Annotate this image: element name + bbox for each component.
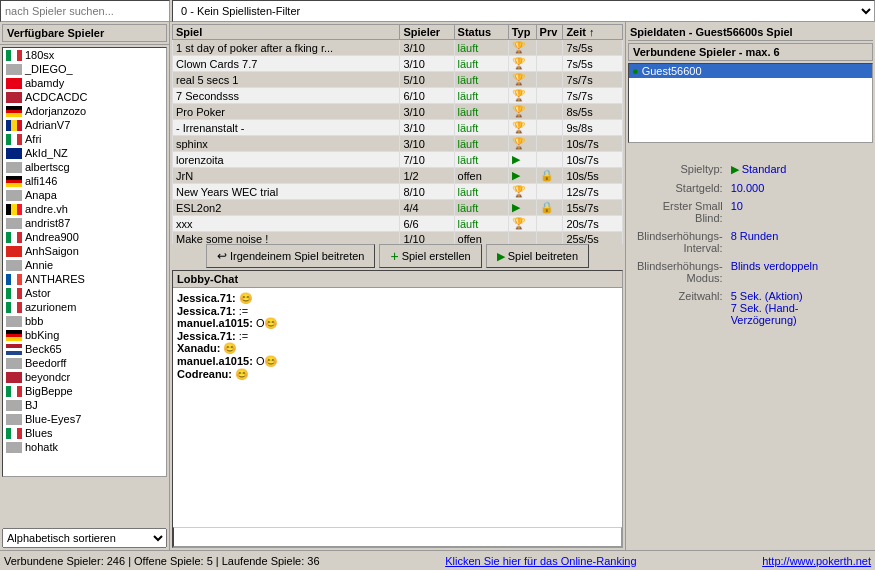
col-typ[interactable]: Typ: [508, 25, 536, 40]
player-name: Blue-Eyes7: [25, 413, 81, 425]
filter-select[interactable]: 0 - Kein Spiellisten-Filter: [172, 0, 875, 22]
game-name-cell: Pro Poker: [173, 104, 400, 120]
sort-select[interactable]: Alphabetisch sortieren Nach Status sorti…: [2, 528, 167, 548]
status-cell: läuft: [454, 216, 508, 232]
game-name-cell: real 5 secs 1: [173, 72, 400, 88]
table-row[interactable]: ESL2on24/4läuft▶🔒15s/7s: [173, 200, 623, 216]
player-name: ANTHARES: [25, 273, 85, 285]
connected-player-item[interactable]: ●Guest56600: [629, 64, 872, 78]
chat-container: Lobby-Chat Jessica.71: 😊Jessica.71: :=ma…: [172, 270, 623, 548]
player-list-item[interactable]: azurionem: [3, 300, 166, 314]
player-flag: [6, 218, 22, 229]
col-zeit[interactable]: Zeit ↑: [563, 25, 623, 40]
player-list-item[interactable]: AdrianV7: [3, 118, 166, 132]
player-list[interactable]: 180sx_DIEGO_abamdyACDCACDCAdorjanzozoAdr…: [2, 47, 167, 477]
player-name: Anapa: [25, 189, 57, 201]
table-row[interactable]: 1 st day of poker after a fking r...3/10…: [173, 40, 623, 56]
player-list-header: Verfügbare Spieler: [0, 22, 169, 45]
player-list-item[interactable]: hohatk: [3, 440, 166, 454]
player-list-item[interactable]: beyondcr: [3, 370, 166, 384]
table-row[interactable]: xxx6/6läuft🏆20s/7s: [173, 216, 623, 232]
player-list-item[interactable]: andrist87: [3, 216, 166, 230]
game-table-wrapper[interactable]: Spiel Spieler Status Typ Prv Zeit ↑ 1 st…: [172, 24, 623, 244]
player-list-item[interactable]: Adorjanzozo: [3, 104, 166, 118]
lock-icon: 🔒: [540, 169, 554, 181]
typ-cell: 🏆: [508, 184, 536, 200]
player-list-item[interactable]: bbb: [3, 314, 166, 328]
chat-input[interactable]: [173, 527, 622, 547]
player-list-item[interactable]: AnhSaigon: [3, 244, 166, 258]
chat-text: 😊: [239, 292, 253, 304]
player-flag: [6, 260, 22, 271]
right-panel: Spieldaten - Guest56600s Spiel Verbunden…: [625, 22, 875, 550]
player-flag: [6, 106, 22, 117]
player-list-item[interactable]: BigBeppe: [3, 384, 166, 398]
game-name-cell: sphinx: [173, 136, 400, 152]
col-spieler[interactable]: Spieler: [400, 25, 454, 40]
typ-cell: ▶: [508, 152, 536, 168]
player-list-item[interactable]: Astor: [3, 286, 166, 300]
player-list-item[interactable]: alfi146: [3, 174, 166, 188]
player-list-item[interactable]: andre.vh: [3, 202, 166, 216]
player-list-item[interactable]: BJ: [3, 398, 166, 412]
table-row[interactable]: sphinx3/10läuft🏆10s/7s: [173, 136, 623, 152]
player-list-item[interactable]: Afri: [3, 132, 166, 146]
join-any-button[interactable]: ↩ Irgendeinem Spiel beitreten: [206, 244, 376, 268]
player-list-item[interactable]: ACDCACDC: [3, 90, 166, 104]
search-input[interactable]: [0, 0, 170, 22]
chat-message: Jessica.71: :=: [177, 305, 618, 317]
connected-players-list[interactable]: ●Guest56600: [628, 63, 873, 143]
site-link[interactable]: http://www.pokerth.net: [762, 555, 871, 567]
player-list-item[interactable]: abamdy: [3, 76, 166, 90]
prv-cell: [536, 232, 563, 245]
player-flag: [6, 78, 22, 89]
table-row[interactable]: real 5 secs 15/10läuft🏆7s/7s: [173, 72, 623, 88]
chat-user: Jessica.71:: [177, 292, 236, 304]
table-row[interactable]: New Years WEC trial8/10läuft🏆12s/7s: [173, 184, 623, 200]
watch-game-button[interactable]: ▶ Spiel beitreten: [486, 244, 589, 268]
col-spiel[interactable]: Spiel: [173, 25, 400, 40]
table-row[interactable]: - Irrenanstalt -3/10läuft🏆9s/8s: [173, 120, 623, 136]
game-name-cell: 1 st day of poker after a fking r...: [173, 40, 400, 56]
prv-cell: [536, 184, 563, 200]
game-name-cell: - Irrenanstalt -: [173, 120, 400, 136]
player-list-item[interactable]: Beck65: [3, 342, 166, 356]
create-game-button[interactable]: + Spiel erstellen: [379, 244, 481, 268]
player-list-item[interactable]: AkId_NZ: [3, 146, 166, 160]
table-row[interactable]: JrN1/2offen▶🔒10s/5s: [173, 168, 623, 184]
player-list-item[interactable]: albertscg: [3, 160, 166, 174]
player-list-item[interactable]: bbKing: [3, 328, 166, 342]
col-prv[interactable]: Prv: [536, 25, 563, 40]
startmoney-label: Startgeld:: [634, 180, 726, 196]
table-row[interactable]: lorenzoita7/10läuft▶10s/7s: [173, 152, 623, 168]
player-list-item[interactable]: Anapa: [3, 188, 166, 202]
player-name: ACDCACDC: [25, 91, 87, 103]
ranking-link[interactable]: Klicken Sie hier für das Online-Ranking: [445, 555, 636, 567]
player-list-item[interactable]: Andrea900: [3, 230, 166, 244]
prv-cell: 🔒: [536, 200, 563, 216]
create-label: Spiel erstellen: [402, 250, 471, 262]
table-row[interactable]: 7 Secondsss6/10läuft🏆7s/7s: [173, 88, 623, 104]
game-details: Spieltyp: ▶ Standard Startgeld: 10.000 E…: [628, 155, 873, 334]
status-cell: läuft: [454, 152, 508, 168]
player-list-item[interactable]: Beedorff: [3, 356, 166, 370]
player-list-item[interactable]: ANTHARES: [3, 272, 166, 286]
player-list-item[interactable]: 180sx: [3, 48, 166, 62]
player-list-item[interactable]: Blue-Eyes7: [3, 412, 166, 426]
table-row[interactable]: Make some noise !1/10offen25s/5s: [173, 232, 623, 245]
player-list-item[interactable]: Annie: [3, 258, 166, 272]
game-name-cell: xxx: [173, 216, 400, 232]
game-name-cell: Clown Cards 7.7: [173, 56, 400, 72]
player-flag: [6, 442, 22, 453]
players-cell: 3/10: [400, 56, 454, 72]
player-list-item[interactable]: _DIEGO_: [3, 62, 166, 76]
game-name-cell: lorenzoita: [173, 152, 400, 168]
player-list-item[interactable]: Blues: [3, 426, 166, 440]
player-name: Blues: [25, 427, 53, 439]
status-cell: läuft: [454, 120, 508, 136]
table-row[interactable]: Pro Poker3/10läuft🏆8s/5s: [173, 104, 623, 120]
game-name-cell: Make some noise !: [173, 232, 400, 245]
gametype-label: Spieltyp:: [634, 161, 726, 178]
col-status[interactable]: Status: [454, 25, 508, 40]
table-row[interactable]: Clown Cards 7.73/10läuft🏆7s/5s: [173, 56, 623, 72]
